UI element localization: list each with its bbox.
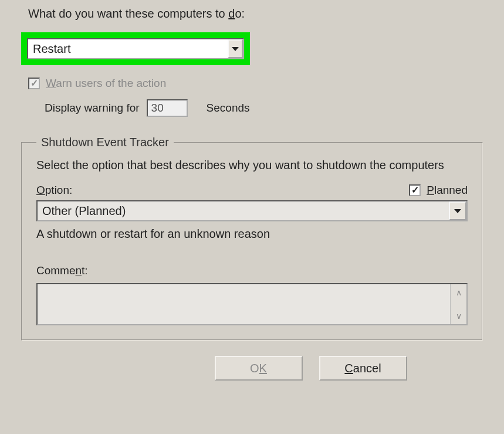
scroll-down-icon[interactable]: ∨ bbox=[456, 311, 462, 321]
action-highlight: Restart bbox=[21, 32, 250, 65]
option-dropdown-value: Other (Planned) bbox=[38, 201, 449, 220]
dialog-button-row: OK Cancel bbox=[0, 356, 504, 381]
action-prompt-label: What do you want these computers to do: bbox=[28, 7, 481, 21]
planned-label: Planned bbox=[427, 184, 468, 197]
display-warning-label: Display warning for bbox=[45, 102, 140, 115]
planned-checkbox[interactable] bbox=[409, 184, 421, 196]
ok-button: OK bbox=[215, 356, 303, 381]
scroll-up-icon[interactable]: ∧ bbox=[456, 288, 462, 297]
chevron-down-icon bbox=[232, 46, 239, 52]
tracker-legend: Shutdown Event Tracker bbox=[36, 136, 174, 149]
warn-users-row: Warn users of the action bbox=[28, 77, 481, 90]
shutdown-event-tracker-group: Shutdown Event Tracker Select the option… bbox=[21, 136, 483, 341]
action-dropdown-value: Restart bbox=[28, 39, 228, 58]
warn-users-label: Warn users of the action bbox=[46, 77, 166, 90]
chevron-down-icon bbox=[454, 208, 461, 214]
tracker-description: Select the option that best describes wh… bbox=[36, 157, 468, 173]
svg-marker-1 bbox=[454, 209, 461, 213]
check-icon bbox=[31, 79, 38, 88]
option-dropdown-button[interactable] bbox=[449, 201, 466, 220]
comment-label: Comment: bbox=[36, 264, 468, 277]
action-dropdown-button[interactable] bbox=[228, 39, 243, 58]
option-dropdown[interactable]: Other (Planned) bbox=[36, 200, 468, 221]
seconds-unit-label: Seconds bbox=[207, 102, 250, 115]
display-warning-row: Display warning for Seconds bbox=[28, 99, 481, 117]
comment-textarea[interactable]: ∧ ∨ bbox=[36, 283, 468, 325]
comment-scrollbar[interactable]: ∧ ∨ bbox=[450, 284, 466, 324]
action-dropdown[interactable]: Restart bbox=[27, 38, 244, 59]
warn-users-checkbox bbox=[28, 78, 40, 89]
planned-group[interactable]: Planned bbox=[409, 184, 468, 197]
warning-seconds-input bbox=[147, 99, 188, 117]
option-label: Option: bbox=[36, 184, 72, 197]
cancel-button[interactable]: Cancel bbox=[319, 356, 407, 381]
check-icon bbox=[411, 186, 419, 195]
option-description: A shutdown or restart for an unknown rea… bbox=[36, 227, 468, 241]
svg-marker-0 bbox=[232, 47, 239, 51]
